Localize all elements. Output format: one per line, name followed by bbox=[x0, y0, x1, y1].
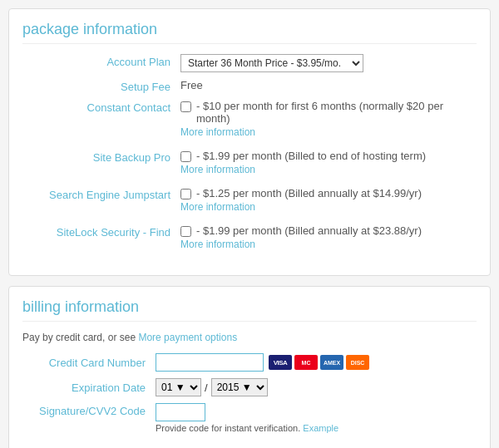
account-plan-value: Starter 36 Month Price - $3.95/mo. bbox=[180, 54, 477, 72]
search-engine-row: Search Engine Jumpstart - $1.25 per mont… bbox=[22, 187, 477, 218]
expiry-month-select[interactable]: 01 ▼ 02 03 04 05 06 07 08 09 10 11 12 bbox=[156, 378, 201, 396]
account-plan-label: Account Plan bbox=[22, 54, 180, 68]
constant-contact-checkbox-row: - $10 per month for first 6 months (norm… bbox=[180, 100, 477, 125]
cvv-hint: Provide code for instant verification. E… bbox=[156, 423, 338, 433]
visa-icon: VISA bbox=[269, 355, 292, 370]
cvv-hint-text: Provide code for instant verification. bbox=[156, 423, 300, 433]
promo-text: Promotional prices are available to new … bbox=[22, 445, 477, 448]
constant-contact-label: Constant Contact bbox=[22, 100, 180, 114]
sitelock-value: - $1.99 per month (Billed annually at $2… bbox=[180, 224, 477, 255]
search-engine-checkbox-row: - $1.25 per month (Billed annually at $1… bbox=[180, 187, 477, 199]
account-plan-select[interactable]: Starter 36 Month Price - $3.95/mo. bbox=[180, 54, 363, 72]
search-engine-addon: - $1.25 per month (Billed annually at $1… bbox=[180, 187, 477, 213]
cvv-label: Signature/CVV2 Code bbox=[22, 403, 156, 417]
package-title: package information bbox=[22, 21, 477, 44]
sitelock-row: SiteLock Security - Find - $1.99 per mon… bbox=[22, 224, 477, 255]
discover-icon: DISC bbox=[346, 355, 369, 370]
cvv-input[interactable] bbox=[156, 403, 205, 421]
expiration-date-row: Expiration Date 01 ▼ 02 03 04 05 06 07 0… bbox=[22, 378, 477, 396]
constant-contact-row: Constant Contact - $10 per month for fir… bbox=[22, 100, 477, 143]
site-backup-more-info[interactable]: More information bbox=[180, 164, 477, 175]
sitelock-label: SiteLock Security - Find bbox=[22, 224, 180, 239]
cvv-value: Provide code for instant verification. E… bbox=[156, 403, 338, 433]
site-backup-value: - $1.99 per month (Billed to end of host… bbox=[180, 150, 477, 180]
search-engine-more-info[interactable]: More information bbox=[180, 201, 477, 213]
site-backup-label: Site Backup Pro bbox=[22, 150, 180, 164]
billing-pay-text: Pay by credit card, or see bbox=[22, 332, 136, 343]
credit-card-input[interactable] bbox=[156, 353, 264, 372]
setup-fee-value: Free bbox=[180, 79, 477, 91]
constant-contact-value: - $10 per month for first 6 months (norm… bbox=[180, 100, 477, 143]
billing-pay-row: Pay by credit card, or see More payment … bbox=[22, 332, 477, 343]
site-backup-desc: - $1.99 per month (Billed to end of host… bbox=[196, 150, 426, 162]
billing-section: billing information Pay by credit card, … bbox=[8, 286, 491, 448]
cvv-example-link[interactable]: Example bbox=[303, 423, 338, 433]
constant-contact-addon: - $10 per month for first 6 months (norm… bbox=[180, 100, 477, 138]
sitelock-desc: - $1.99 per month (Billed annually at $2… bbox=[196, 224, 422, 237]
search-engine-checkbox[interactable] bbox=[180, 189, 191, 199]
sitelock-checkbox-row: - $1.99 per month (Billed annually at $2… bbox=[180, 224, 477, 237]
mastercard-icon: MC bbox=[294, 355, 318, 370]
constant-contact-desc: - $10 per month for first 6 months (norm… bbox=[196, 100, 477, 125]
sitelock-addon: - $1.99 per month (Billed annually at $2… bbox=[180, 224, 477, 250]
expiry-year-select[interactable]: 2015 ▼ 2016 2017 2018 2019 2020 2021 202… bbox=[211, 378, 268, 396]
search-engine-desc: - $1.25 per month (Billed annually at $1… bbox=[196, 187, 422, 199]
search-engine-value: - $1.25 per month (Billed annually at $1… bbox=[180, 187, 477, 218]
setup-fee-label: Setup Fee bbox=[22, 79, 180, 93]
search-engine-label: Search Engine Jumpstart bbox=[22, 187, 180, 201]
credit-card-row: Credit Card Number VISA MC AMEX DISC bbox=[22, 353, 477, 372]
sitelock-checkbox[interactable] bbox=[180, 226, 191, 237]
card-icons: VISA MC AMEX DISC bbox=[269, 355, 369, 370]
expiry-separator: / bbox=[205, 382, 208, 394]
billing-title: billing information bbox=[22, 298, 477, 322]
constant-contact-more-info[interactable]: More information bbox=[180, 126, 477, 138]
site-backup-addon: - $1.99 per month (Billed to end of host… bbox=[180, 150, 477, 175]
sitelock-more-info[interactable]: More information bbox=[180, 239, 477, 250]
amex-icon: AMEX bbox=[320, 355, 343, 370]
credit-card-value: VISA MC AMEX DISC bbox=[156, 353, 369, 372]
expiration-date-label: Expiration Date bbox=[22, 382, 156, 394]
package-section: package information Account Plan Starter… bbox=[8, 8, 491, 276]
credit-card-label: Credit Card Number bbox=[22, 357, 156, 369]
expiration-date-value: 01 ▼ 02 03 04 05 06 07 08 09 10 11 12 / … bbox=[156, 378, 268, 396]
constant-contact-checkbox[interactable] bbox=[180, 101, 191, 112]
site-backup-row: Site Backup Pro - $1.99 per month (Bille… bbox=[22, 150, 477, 180]
cvv-row: Signature/CVV2 Code Provide code for ins… bbox=[22, 403, 477, 433]
billing-pay-link[interactable]: More payment options bbox=[138, 332, 237, 343]
site-backup-checkbox-row: - $1.99 per month (Billed to end of host… bbox=[180, 150, 477, 162]
site-backup-checkbox[interactable] bbox=[180, 151, 191, 162]
account-plan-row: Account Plan Starter 36 Month Price - $3… bbox=[22, 54, 477, 72]
setup-fee-row: Setup Fee Free bbox=[22, 79, 477, 93]
